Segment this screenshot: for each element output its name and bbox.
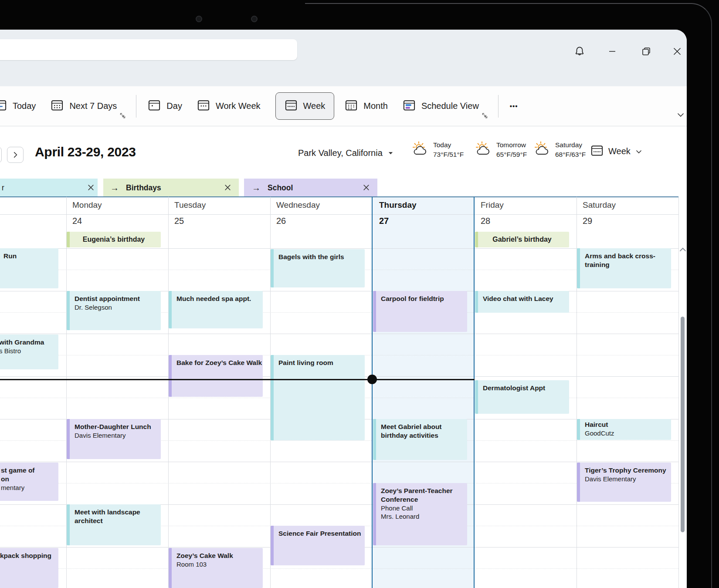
event-eugenias-birthday[interactable]: Eugenia’s birthday xyxy=(67,232,161,247)
event-science-fair[interactable]: Science Fair Presentation xyxy=(271,526,365,565)
next-week-button[interactable] xyxy=(7,147,24,163)
event-run[interactable]: Run xyxy=(0,248,58,288)
scroll-up-chevron[interactable] xyxy=(679,247,687,254)
outlook-calendar-window: Today Next 7 Days xyxy=(0,30,687,588)
day-view-label: Day xyxy=(166,101,182,111)
flyout-anchor-icon[interactable] xyxy=(482,111,488,121)
restore-button[interactable] xyxy=(637,43,656,62)
weather-saturday: Saturday 68°F/63°F xyxy=(534,140,586,160)
weather-temps: 68°F/63°F xyxy=(555,150,586,159)
event-video-chat-lacey[interactable]: Video chat with Lacey xyxy=(475,291,569,313)
day-header-saturday[interactable]: Saturday xyxy=(583,200,616,210)
partly-sunny-icon xyxy=(475,141,493,159)
month-view-button[interactable]: Month xyxy=(345,98,388,114)
day-header-wednesday[interactable]: Wednesday xyxy=(276,200,320,210)
minimize-icon xyxy=(607,47,617,58)
close-tab-icon[interactable] xyxy=(363,184,370,192)
date-number[interactable]: 25 xyxy=(174,216,184,226)
event-zoeys-cake-walk[interactable]: Zoey’s Cake Walk Room 103 xyxy=(169,548,263,588)
event-mother-daughter-lunch[interactable]: Mother-Daughter Lunch Davis Elementary xyxy=(67,419,161,459)
work-week-view-label: Work Week xyxy=(216,101,261,111)
bell-icon xyxy=(574,46,585,59)
view-range-dropdown[interactable]: Week xyxy=(590,144,642,159)
day-header-friday[interactable]: Friday xyxy=(481,200,504,210)
event-lunch-with-grandma[interactable]: with Grandma s Bistro xyxy=(0,335,58,369)
day-header-thursday[interactable]: Thursday xyxy=(379,200,417,210)
tab-birthdays[interactable]: → Birthdays xyxy=(103,179,239,197)
week-view-button-selected[interactable]: Week xyxy=(275,92,335,120)
camera-dot xyxy=(196,16,202,22)
calendar-header: April 23-29, 2023 Park Valley, Californi… xyxy=(0,126,687,179)
date-number-today[interactable]: 27 xyxy=(379,216,389,226)
today-label: Today xyxy=(13,101,36,111)
more-options-button[interactable]: ••• xyxy=(510,102,518,110)
day-header-monday[interactable]: Monday xyxy=(72,200,102,210)
weather-location-dropdown[interactable]: Park Valley, California xyxy=(298,148,393,158)
toolbar-divider xyxy=(136,95,136,118)
event-dermatologist[interactable]: Dermatologist Appt xyxy=(475,380,569,414)
next-7-days-button[interactable]: Next 7 Days xyxy=(51,98,117,114)
tab-school[interactable]: → School xyxy=(244,179,377,197)
event-haircut[interactable]: Haircut GoodCutz xyxy=(577,419,671,440)
scrollbar-thumb[interactable] xyxy=(681,317,685,532)
chevron-down-icon xyxy=(388,150,393,156)
event-bake-cake-walk[interactable]: Bake for Zoey’s Cake Walk xyxy=(169,355,263,397)
tab-label: Birthdays xyxy=(126,183,161,193)
close-button[interactable] xyxy=(668,43,687,62)
tab-calendar[interactable]: r xyxy=(0,179,98,197)
date-number[interactable]: 28 xyxy=(481,216,490,226)
date-number[interactable]: 24 xyxy=(72,216,82,226)
tab-label-fragment: r xyxy=(2,183,4,193)
camera-dot xyxy=(251,16,258,22)
tab-label: School xyxy=(268,183,293,193)
month-view-label: Month xyxy=(363,101,388,111)
weather-day-label: Today xyxy=(433,140,464,150)
event-spa-appointment[interactable]: Much needed spa appt. xyxy=(169,291,263,328)
event-gabriels-birthday[interactable]: Gabriel’s birthday xyxy=(475,232,569,247)
event-dentist-appointment[interactable]: Dentist appointment Dr. Selegson xyxy=(67,291,161,330)
arrow-right-icon: → xyxy=(252,183,261,193)
event-carpool-fieldtrip[interactable]: Carpool for fieldtrip xyxy=(373,291,467,332)
event-meet-gabriel[interactable]: Meet Gabriel about birthday activities xyxy=(373,419,467,460)
event-tigers-trophy[interactable]: Tiger’s Trophy Ceremony Davis Elementary xyxy=(577,463,671,502)
event-bagels-with-girls[interactable]: Bagels with the girls xyxy=(271,249,365,287)
chevron-down-icon xyxy=(635,148,642,155)
next-7-days-label: Next 7 Days xyxy=(69,101,117,111)
collapse-ribbon-chevron[interactable] xyxy=(676,111,685,121)
date-number[interactable]: 26 xyxy=(276,216,286,226)
toolbar-divider xyxy=(498,95,499,118)
weather-tomorrow: Tomorrow 65°F/59°F xyxy=(475,140,527,160)
schedule-view-icon xyxy=(403,98,416,114)
week-view-label: Week xyxy=(303,101,326,111)
device-screen: Today Next 7 Days xyxy=(0,0,719,588)
minimize-button[interactable] xyxy=(603,43,622,62)
event-last-game-of-season[interactable]: st game of on mentary xyxy=(0,463,58,501)
weather-day-label: Saturday xyxy=(555,140,586,150)
event-landscape-architect[interactable]: Meet with landscape architect xyxy=(67,504,161,545)
weather-day-label: Tomorrow xyxy=(496,140,527,150)
event-cross-training[interactable]: Arms and back cross-training xyxy=(577,248,671,288)
previous-week-button[interactable] xyxy=(0,147,2,163)
day-view-button[interactable]: Day xyxy=(148,98,182,114)
close-icon xyxy=(672,47,682,58)
work-week-view-button[interactable]: Work Week xyxy=(197,98,261,114)
event-backpack-shopping[interactable]: kpack shopping xyxy=(0,548,58,588)
calendar-week-icon xyxy=(285,98,298,114)
schedule-view-button[interactable]: Schedule View xyxy=(403,98,479,114)
flyout-anchor-icon[interactable] xyxy=(120,111,125,121)
weather-temps: 73°F/51°F xyxy=(433,150,464,159)
date-number[interactable]: 29 xyxy=(583,216,592,226)
weather-temps: 65°F/59°F xyxy=(496,150,527,159)
view-toolbar: Today Next 7 Days xyxy=(0,86,687,126)
today-button[interactable]: Today xyxy=(0,98,36,114)
grid-right-border xyxy=(678,197,679,588)
notifications-button[interactable] xyxy=(570,43,589,62)
close-tab-icon[interactable] xyxy=(87,184,95,192)
day-header-tuesday[interactable]: Tuesday xyxy=(174,200,206,210)
calendar-days-icon xyxy=(51,98,64,114)
event-paint-living-room[interactable]: Paint living room xyxy=(271,355,365,440)
restore-icon xyxy=(641,46,651,58)
close-tab-icon[interactable] xyxy=(224,184,232,192)
search-input[interactable] xyxy=(0,39,297,60)
event-parent-teacher-conference[interactable]: Zoey’s Parent-Teacher Conference Phone C… xyxy=(373,483,467,545)
